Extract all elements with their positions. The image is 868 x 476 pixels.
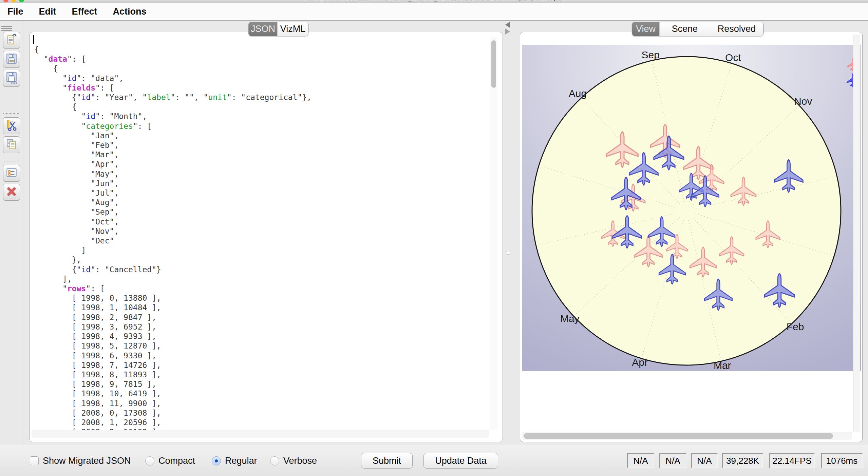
splitter-knob[interactable] [506, 251, 511, 255]
visualization-panel: FebMarAprMayAugSepOctNov [520, 32, 863, 442]
text-caret [33, 35, 34, 44]
show-migrated-json-checkbox[interactable] [30, 456, 39, 465]
code-line: "Dec" [34, 236, 489, 245]
save-button[interactable] [3, 51, 20, 68]
toolbar-drag-handle[interactable] [1, 26, 12, 32]
properties-button[interactable] [3, 165, 20, 182]
code-line: [ 2008, 1, 20596 ], [34, 418, 489, 427]
update-data-button[interactable]: Update Data [423, 453, 498, 469]
copy-icon [5, 138, 18, 152]
toolbar-separator [3, 113, 19, 114]
month-label-mar: Mar [714, 360, 731, 371]
code-line: [ 1998, 1, 10484 ], [34, 303, 489, 312]
code-line: "Nov", [34, 226, 489, 236]
cut-button[interactable] [3, 117, 20, 134]
code-line: [ 1998, 3, 6952 ], [34, 322, 489, 332]
left-toolbar [0, 21, 24, 445]
editor-tab-group: JSON VizML [248, 22, 308, 36]
code-line: "fields": [ [34, 83, 489, 93]
json-code-editor[interactable]: { "data": [ { "id": "data", "fields": [ … [32, 35, 501, 440]
code-line: "Sep", [34, 207, 489, 217]
save-as-icon [5, 71, 18, 85]
regular-radio[interactable] [212, 456, 221, 465]
menu-actions[interactable]: Actions [113, 6, 147, 17]
code-line: {"id": "Cancelled"} [34, 265, 489, 274]
view-horizontal-scrollbar[interactable] [522, 432, 852, 440]
view-tab-group: View Scene Resolved [632, 22, 763, 36]
visboard-app: VisBoard - /Users/aaronchen/DataViz/Rave… [0, 0, 868, 476]
menu-bar: File Edit Effect Actions [0, 3, 868, 21]
tab-vizml[interactable]: VizML [278, 22, 308, 36]
tab-json[interactable]: JSON [249, 22, 278, 36]
collapse-left-icon[interactable] [505, 22, 510, 28]
regular-label: Regular [225, 456, 257, 466]
open-document-icon [5, 33, 18, 47]
memory-status-field: 39,228K [722, 453, 763, 468]
show-migrated-json-label: Show Migrated JSON [43, 456, 131, 466]
month-label-nov: Nov [794, 96, 812, 107]
compact-radio[interactable] [145, 456, 154, 465]
open-document-button[interactable] [3, 32, 20, 49]
code-line: [ 1998, 9, 7815 ], [34, 379, 489, 389]
menu-edit[interactable]: Edit [39, 6, 56, 17]
code-line: [ 1998, 5, 12870 ], [34, 341, 489, 351]
code-line: ], [34, 274, 489, 284]
code-line: "id": "data", [34, 74, 489, 83]
tab-resolved[interactable]: Resolved [710, 22, 763, 36]
code-line: [ 1998, 11, 9900 ], [34, 399, 489, 408]
bottom-bar: Show Migrated JSON Compact Regular Verbo… [0, 445, 868, 476]
properties-icon [5, 166, 18, 180]
code-line: "Aug", [34, 198, 489, 207]
json-editor-panel: { "data": [ { "id": "data", "fields": [ … [29, 32, 503, 442]
view-hscroll-thumb[interactable] [524, 433, 833, 439]
code-line: "May", [34, 169, 489, 179]
code-line: [ 1998, 4, 9393 ], [34, 332, 489, 341]
copy-button[interactable] [3, 136, 20, 153]
window-title: VisBoard - /Users/aaronchen/DataViz/Rave… [0, 0, 868, 2]
code-line: [ 1998, 2, 9847 ], [34, 313, 489, 322]
status-field-3: N/A [691, 453, 718, 468]
code-line: }, [34, 255, 489, 264]
code-line: [ 1998, 10, 6419 ], [34, 389, 489, 398]
collapse-right-icon[interactable] [505, 28, 510, 35]
save-as-button[interactable] [3, 70, 20, 87]
month-label-apr: Apr [632, 357, 648, 368]
verbose-label: Verbose [283, 456, 317, 466]
toolbar-separator [3, 161, 19, 161]
tab-view[interactable]: View [632, 22, 660, 36]
code-line: [ 1998, 7, 14726 ], [34, 360, 489, 370]
code-line: "Apr", [34, 159, 489, 169]
menu-effect[interactable]: Effect [72, 6, 97, 17]
code-line: [ 1998, 8, 11893 ], [34, 370, 489, 379]
code-line: "Feb", [34, 140, 489, 150]
code-line: "data": [ [34, 54, 489, 64]
code-line: "categories": [ [34, 121, 489, 131]
fps-status-field: 22.14FPS [769, 453, 815, 468]
menu-file[interactable]: File [7, 6, 23, 17]
month-label-aug: Aug [569, 88, 587, 99]
code-line: "Jun", [34, 179, 489, 188]
submit-button[interactable]: Submit [361, 453, 413, 469]
editor-horizontal-scrollbar[interactable] [32, 430, 489, 438]
code-line: { [34, 64, 489, 73]
editor-vscroll-thumb[interactable] [491, 40, 496, 88]
save-icon [5, 52, 18, 66]
editor-vertical-scrollbar[interactable] [490, 37, 498, 430]
code-line: {"id": "Year", "label": "", "unit": "cat… [34, 93, 489, 102]
month-label-sep: Sep [642, 49, 660, 60]
verbose-radio[interactable] [270, 456, 279, 465]
tab-scene[interactable]: Scene [660, 22, 710, 36]
code-line: "rows": [ [34, 284, 489, 293]
code-line: { [34, 102, 489, 112]
month-label-oct: Oct [725, 52, 741, 63]
delete-button[interactable] [3, 184, 20, 201]
json-code: { "data": [ { "id": "data", "fields": [ … [34, 45, 489, 437]
code-line: "Oct", [34, 217, 489, 226]
compact-label: Compact [158, 456, 195, 466]
cut-icon [5, 119, 18, 133]
status-field-1: N/A [627, 453, 654, 468]
month-label-may: May [560, 313, 580, 324]
airline-polar-chart: FebMarAprMayAugSepOctNov [522, 45, 861, 371]
view-vertical-scrollbar[interactable] [853, 35, 860, 432]
code-line: "Jan", [34, 131, 489, 140]
